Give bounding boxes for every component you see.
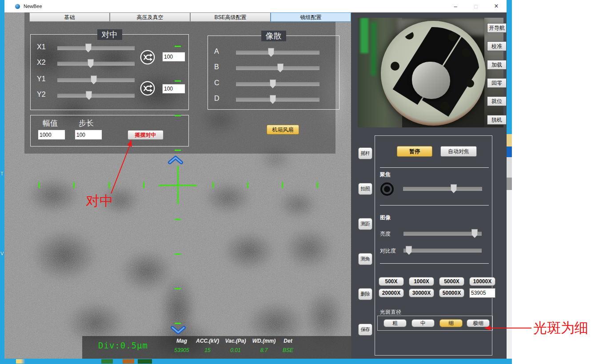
x2-slider-thumb[interactable] <box>88 59 94 68</box>
y2-slider[interactable] <box>57 94 135 98</box>
mag-1000x-button[interactable]: 1000X <box>409 277 434 286</box>
desktop-bottom-strip <box>0 359 512 364</box>
desktop-icon-letter-bottom: V <box>0 251 4 256</box>
focus-slider[interactable] <box>403 187 482 191</box>
status-value-mag: 53905 <box>170 347 194 353</box>
pause-button[interactable]: 暂停 <box>397 146 432 157</box>
x1-label: X1 <box>37 43 46 51</box>
stig-a-slider[interactable] <box>236 51 319 55</box>
status-value-wd: 8.7 <box>250 347 278 353</box>
save-button[interactable]: 保存 <box>358 324 372 336</box>
status-value-acc: 15 <box>194 347 221 353</box>
app-icon <box>15 4 20 9</box>
tab-hv-vacuum[interactable]: 高压及真空 <box>110 12 190 22</box>
photo-button[interactable]: 拍照 <box>358 183 372 195</box>
spot-medium-button[interactable]: 中 <box>411 319 435 327</box>
return-zero-button[interactable]: 回零 <box>487 78 507 88</box>
x-gain-input[interactable]: 100 <box>162 52 185 62</box>
taskbar-app-icon-green[interactable] <box>101 359 113 364</box>
y-gain-input[interactable]: 100 <box>162 84 185 94</box>
delete-button[interactable]: 删除 <box>358 288 372 300</box>
y2-slider-thumb[interactable] <box>86 91 92 100</box>
stig-d-thumb[interactable] <box>270 95 276 104</box>
status-header-det: Det <box>278 338 298 344</box>
taskbar-app-icon-darkgreen[interactable] <box>138 359 152 364</box>
tab-lens-config[interactable]: 镜组配置 <box>271 12 351 22</box>
brightness-slider[interactable] <box>403 232 482 236</box>
swing-centering-button[interactable]: 摇摆对中 <box>128 130 164 140</box>
swap-y-icon[interactable] <box>139 80 156 97</box>
step-input[interactable]: 100 <box>75 130 102 140</box>
stig-a-thumb[interactable] <box>268 48 274 57</box>
mag-20000x-button[interactable]: 20000X <box>379 289 404 297</box>
status-strip: Div:0.5μm Mag ACC.(kV) Vac.(Pa) WD.(mm) … <box>82 336 351 359</box>
mag-30000x-button[interactable]: 30000X <box>409 289 434 297</box>
stig-d-slider[interactable] <box>236 98 319 102</box>
in-position-button[interactable]: 就位 <box>487 96 507 106</box>
status-header-wd: WD.(mm) <box>250 338 278 344</box>
measure-angle-button[interactable]: 测角 <box>358 253 372 265</box>
y1-label: Y1 <box>37 75 46 83</box>
contrast-slider[interactable] <box>403 249 482 253</box>
load-button[interactable]: 加载 <box>487 60 507 70</box>
spot-ultrafine-button[interactable]: 极细 <box>467 319 490 327</box>
y2-label: Y2 <box>37 91 46 99</box>
taskbar-app-icon-orange[interactable] <box>123 359 134 364</box>
maximize-button[interactable]: □ <box>466 0 486 12</box>
edge-fragment-light <box>507 190 512 359</box>
offline-button[interactable]: 脱机 <box>487 115 507 125</box>
sample-stage-plate <box>381 21 486 126</box>
measure-distance-button[interactable]: 测距 <box>358 218 372 230</box>
open-navigation-button[interactable]: 开导航 <box>487 23 507 33</box>
mag-500x-button[interactable]: 500X <box>379 277 404 286</box>
swap-x-icon[interactable] <box>139 49 156 66</box>
calibrate-button[interactable]: 校准 <box>487 41 507 51</box>
centering-group-title: 对中 <box>97 29 122 40</box>
annotation-spot-text: 光斑为细 <box>533 319 588 337</box>
spot-diameter-label: 光斑直径 <box>380 309 401 316</box>
y1-slider-thumb[interactable] <box>91 75 97 84</box>
status-value-vac: 0.01 <box>221 347 250 353</box>
stig-b-thumb[interactable] <box>277 63 284 72</box>
swing-centering-group: 幅值 步长 1000 100 摇摆对中 <box>30 115 189 146</box>
brightness-label: 亮度 <box>380 230 391 238</box>
status-header-acc: ACC.(kV) <box>194 338 221 344</box>
tab-basic[interactable]: 基础 <box>29 12 110 22</box>
stig-b-slider[interactable] <box>236 66 319 70</box>
mag-10000x-button[interactable]: 10000X <box>469 277 495 286</box>
screen: T V NewBee – □ × <box>0 0 607 364</box>
scale-div-label: Div:0.5μm <box>98 340 148 350</box>
record-icon[interactable] <box>380 182 394 196</box>
stig-c-thumb[interactable] <box>270 79 276 88</box>
taskbar-explorer-icon[interactable] <box>16 359 25 364</box>
desktop-left-strip <box>0 0 4 359</box>
stig-b-label: B <box>214 63 219 71</box>
y1-slider[interactable] <box>57 78 135 82</box>
mag-value-input[interactable]: 53905 <box>469 288 495 298</box>
x1-slider-thumb[interactable] <box>85 44 92 52</box>
edge-scrollbar-thumb[interactable] <box>507 178 512 190</box>
astigmatism-group: 像散 A B C D <box>208 36 339 110</box>
edge-fragment-yellow <box>507 134 512 146</box>
status-header-mag: Mag <box>170 338 194 344</box>
x2-label: X2 <box>37 59 46 67</box>
chamber-camera-view <box>358 18 503 127</box>
stig-a-label: A <box>214 47 219 55</box>
x1-slider[interactable] <box>57 46 135 50</box>
stig-c-slider[interactable] <box>236 82 319 86</box>
spot-fine-button[interactable]: 细 <box>439 319 463 327</box>
annotation-centering-text: 对中 <box>86 192 113 210</box>
autofocus-button[interactable]: 自动对焦 <box>440 146 477 157</box>
x2-slider[interactable] <box>57 62 135 66</box>
close-button[interactable]: × <box>486 0 507 12</box>
window-title: NewBee <box>24 4 42 9</box>
mag-50000x-button[interactable]: 50000X <box>439 289 464 297</box>
chassis-fan-button[interactable]: 机箱风扇 <box>267 125 299 135</box>
edge-fragment-blue <box>507 146 512 157</box>
minimize-button[interactable]: – <box>445 0 466 12</box>
mag-5000x-button[interactable]: 5000X <box>439 277 464 286</box>
joystick-button[interactable]: 摇杆 <box>358 147 372 159</box>
amplitude-input[interactable]: 1000 <box>38 130 65 140</box>
spot-coarse-button[interactable]: 粗 <box>383 319 407 327</box>
tab-bse-advanced[interactable]: BSE高级配置 <box>190 12 271 22</box>
